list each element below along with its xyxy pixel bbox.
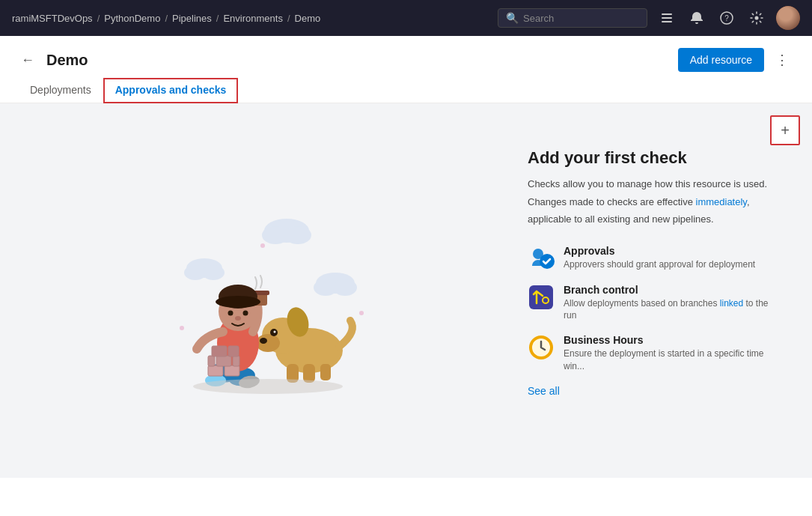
check-info-business-hours: Business Hours Ensure the deployment is … <box>564 334 782 373</box>
help-icon[interactable]: ? <box>716 7 737 28</box>
svg-point-39 <box>242 311 248 316</box>
svg-rect-26 <box>303 364 315 383</box>
svg-point-16 <box>359 311 364 315</box>
svg-rect-45 <box>208 356 215 366</box>
info-desc-1: Checks allow you to manage how this reso… <box>528 177 782 192</box>
breadcrumb-demo[interactable]: Demo <box>295 13 321 24</box>
main-content-area: ← Demo Add resource ⋮ Deployments Approv… <box>0 36 812 516</box>
svg-rect-51 <box>529 285 553 309</box>
settings-icon[interactable] <box>746 7 767 28</box>
check-item-approvals: Approvals Approvers should grant approva… <box>528 245 782 272</box>
approvals-icon <box>528 245 555 272</box>
header-actions: Add resource ⋮ <box>678 48 794 72</box>
check-name-approvals: Approvals <box>564 245 755 257</box>
check-desc-branch: Allow deployments based on branches link… <box>564 297 782 323</box>
main-illustration <box>137 178 376 403</box>
tab-approvals-and-checks[interactable]: Approvals and checks <box>103 78 239 103</box>
top-navigation: ramiMSFTDevOps / PythonDemo / Pipelines … <box>0 0 812 36</box>
topnav-right: 🔍 ? <box>498 6 800 30</box>
immediately-text: immediately <box>696 196 747 207</box>
breadcrumb-pipelines[interactable]: Pipelines <box>172 13 212 24</box>
linked-text: linked <box>720 298 743 309</box>
add-check-button[interactable]: + <box>770 115 800 145</box>
see-all-link[interactable]: See all <box>528 385 560 397</box>
svg-point-23 <box>273 331 275 333</box>
business-hours-icon <box>528 334 555 361</box>
search-box[interactable]: 🔍 <box>498 8 647 28</box>
svg-point-40 <box>235 316 241 321</box>
info-desc-3: applicable to all existing and new pipel… <box>528 212 782 227</box>
breadcrumb-environments[interactable]: Environments <box>223 13 282 24</box>
svg-rect-1 <box>662 17 672 19</box>
search-icon: 🔍 <box>506 12 519 24</box>
svg-point-17 <box>180 326 184 330</box>
svg-point-41 <box>193 379 343 394</box>
tabs-bar: Deployments Approvals and checks <box>0 72 812 103</box>
svg-rect-0 <box>662 13 672 15</box>
svg-point-15 <box>260 243 265 248</box>
notifications-icon[interactable] <box>686 7 707 28</box>
sep4: / <box>287 13 290 24</box>
info-panel: Add your first check Checks allow you to… <box>513 103 812 478</box>
avatar-image <box>776 6 800 30</box>
breadcrumb-project[interactable]: PythonDemo <box>104 13 160 24</box>
svg-rect-2 <box>662 21 672 22</box>
svg-point-14 <box>333 279 357 296</box>
svg-point-21 <box>260 338 267 344</box>
svg-rect-43 <box>225 365 239 376</box>
avatar[interactable] <box>776 6 800 30</box>
page-header: ← Demo Add resource ⋮ <box>0 36 812 72</box>
more-options-button[interactable]: ⋮ <box>770 48 794 72</box>
info-desc-2: Changes made to checks are effective imm… <box>528 195 782 210</box>
svg-text:?: ? <box>724 14 729 22</box>
check-name-branch: Branch control <box>564 284 782 296</box>
breadcrumb-org[interactable]: ramiMSFTDevOps <box>12 13 93 24</box>
back-button[interactable]: ← <box>18 49 37 71</box>
sep3: / <box>216 13 219 24</box>
check-desc-business-hours: Ensure the deployment is started in a sp… <box>564 347 782 373</box>
content-area: + <box>0 103 812 478</box>
svg-point-38 <box>228 311 233 316</box>
check-item-branch: Branch control Allow deployments based o… <box>528 284 782 323</box>
svg-rect-27 <box>320 364 331 380</box>
checks-list: Approvals Approvers should grant approva… <box>528 245 782 373</box>
tab-deployments[interactable]: Deployments <box>18 78 103 103</box>
svg-point-37 <box>216 296 260 308</box>
check-info-branch: Branch control Allow deployments based o… <box>564 284 782 323</box>
svg-point-20 <box>256 334 280 352</box>
check-item-business-hours: Business Hours Ensure the deployment is … <box>528 334 782 373</box>
check-info-approvals: Approvals Approvers should grant approva… <box>564 245 755 271</box>
check-name-business-hours: Business Hours <box>564 334 782 346</box>
svg-rect-44 <box>216 356 231 366</box>
branch-icon <box>528 284 555 311</box>
svg-rect-48 <box>228 346 239 356</box>
task-list-icon[interactable] <box>656 7 677 28</box>
svg-point-5 <box>755 16 759 20</box>
check-desc-approvals: Approvers should grant approval for depl… <box>564 258 755 271</box>
illustration-area <box>0 103 513 478</box>
svg-rect-47 <box>212 346 227 356</box>
plus-button-container: + <box>770 115 800 145</box>
sep2: / <box>165 13 168 24</box>
svg-rect-42 <box>208 365 223 376</box>
search-input[interactable] <box>523 13 628 24</box>
page-title: Demo <box>46 52 88 69</box>
info-title: Add your first check <box>528 148 782 168</box>
svg-rect-46 <box>233 356 239 366</box>
svg-point-11 <box>202 265 225 280</box>
breadcrumb: ramiMSFTDevOps / PythonDemo / Pipelines … <box>12 13 320 24</box>
sep1: / <box>97 13 100 24</box>
svg-point-8 <box>284 226 311 244</box>
add-resource-button[interactable]: Add resource <box>678 48 764 72</box>
